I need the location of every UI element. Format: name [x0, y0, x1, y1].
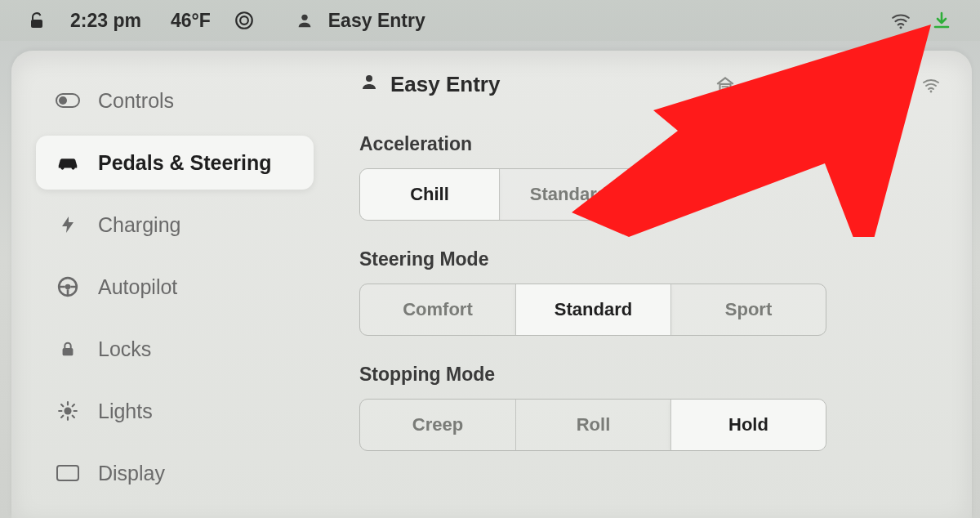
- acceleration-option-standard[interactable]: Standard: [499, 169, 638, 220]
- sidebar-item-pedals-steering[interactable]: Pedals & Steering: [36, 136, 314, 190]
- settings-main: Easy Entry Acceleration Ch: [330, 51, 972, 518]
- svg-point-8: [72, 167, 75, 170]
- svg-point-3: [301, 15, 307, 20]
- stopping-option-hold[interactable]: Hold: [670, 400, 826, 450]
- bolt-icon: [56, 212, 80, 237]
- sidebar-item-display[interactable]: Display: [36, 446, 314, 500]
- sidebar-item-label: Locks: [98, 337, 151, 361]
- person-icon: [359, 72, 379, 97]
- svg-rect-0: [31, 20, 42, 28]
- svg-point-12: [64, 407, 71, 414]
- car-icon: [56, 150, 80, 175]
- sidebar-item-label: Autopilot: [98, 275, 177, 299]
- section-acceleration: Acceleration Chill Standard: [359, 133, 942, 221]
- svg-point-14: [366, 75, 372, 82]
- sidebar-item-label: Pedals & Steering: [98, 151, 272, 175]
- section-steering-mode: Steering Mode Comfort Standard Sport: [359, 248, 942, 336]
- settings-sidebar: Controls Pedals & Steering Charging Auto…: [11, 51, 330, 518]
- sidebar-item-locks[interactable]: Locks: [36, 322, 314, 376]
- target-icon[interactable]: [234, 10, 255, 31]
- wifi-icon[interactable]: [920, 74, 942, 96]
- lock-icon: [56, 337, 80, 361]
- svg-rect-13: [57, 466, 78, 480]
- main-header: Easy Entry: [359, 72, 942, 97]
- svg-point-16: [930, 90, 933, 92]
- wifi-icon[interactable]: [890, 10, 911, 31]
- status-time: 2:23 pm: [70, 10, 141, 32]
- svg-rect-11: [63, 348, 74, 355]
- bell-icon[interactable]: [782, 74, 805, 96]
- svg-rect-15: [720, 83, 731, 92]
- section-title: Acceleration: [359, 133, 942, 155]
- homelink-icon[interactable]: [714, 74, 737, 96]
- person-icon[interactable]: [294, 10, 315, 31]
- stopping-segmented: Creep Roll Hold: [359, 399, 826, 451]
- brightness-icon: [56, 399, 80, 423]
- profile-selector[interactable]: Easy Entry: [359, 72, 500, 97]
- download-icon[interactable]: [931, 10, 952, 31]
- sidebar-item-label: Lights: [98, 400, 153, 423]
- sidebar-item-label: Controls: [98, 89, 174, 113]
- svg-point-2: [240, 16, 248, 25]
- sidebar-item-label: Display: [98, 462, 165, 485]
- stopping-option-creep[interactable]: Creep: [360, 400, 515, 450]
- acceleration-option-chill[interactable]: Chill: [360, 169, 499, 220]
- svg-point-7: [60, 167, 64, 170]
- section-title: Steering Mode: [359, 248, 942, 270]
- steering-segmented: Comfort Standard Sport: [359, 284, 826, 336]
- status-bar: 2:23 pm 46°F Easy Entry: [0, 0, 980, 41]
- toggle-icon: [56, 88, 80, 113]
- sidebar-item-label: Charging: [98, 213, 180, 237]
- profile-title: Easy Entry: [390, 72, 500, 97]
- steering-option-sport[interactable]: Sport: [670, 284, 826, 335]
- steering-option-comfort[interactable]: Comfort: [360, 284, 515, 335]
- display-icon: [56, 461, 80, 485]
- steering-wheel-icon: [56, 275, 80, 299]
- status-profile-label[interactable]: Easy Entry: [328, 10, 425, 32]
- sidebar-item-lights[interactable]: Lights: [36, 384, 314, 438]
- sidebar-item-autopilot[interactable]: Autopilot: [36, 260, 314, 314]
- svg-point-1: [236, 12, 252, 29]
- svg-point-6: [59, 96, 67, 105]
- section-title: Stopping Mode: [359, 364, 942, 386]
- sidebar-item-controls[interactable]: Controls: [36, 74, 314, 127]
- acceleration-segmented: Chill Standard: [359, 168, 639, 221]
- header-icons: [714, 74, 942, 96]
- steering-option-standard[interactable]: Standard: [515, 284, 670, 335]
- stopping-option-roll[interactable]: Roll: [515, 400, 670, 450]
- sidebar-item-charging[interactable]: Charging: [36, 198, 314, 252]
- section-stopping-mode: Stopping Mode Creep Roll Hold: [359, 364, 942, 451]
- status-temperature: 46°F: [171, 10, 211, 32]
- lock-open-icon: [26, 10, 47, 31]
- settings-panel: Controls Pedals & Steering Charging Auto…: [11, 51, 972, 518]
- svg-point-10: [65, 284, 71, 290]
- svg-point-4: [899, 26, 902, 29]
- bluetooth-icon[interactable]: [851, 74, 874, 96]
